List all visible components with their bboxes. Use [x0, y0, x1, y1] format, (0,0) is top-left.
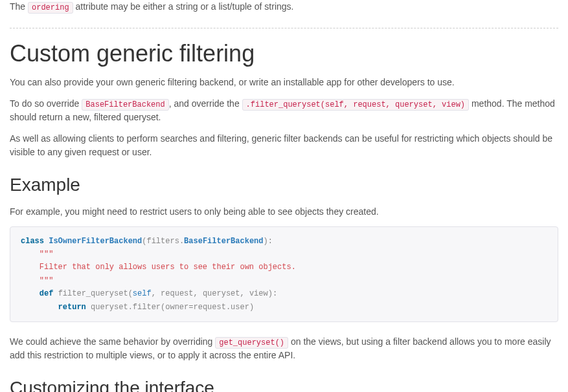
arg: user — [231, 303, 249, 312]
paragraph-usecase: As well as allowing clients to perform s… — [10, 132, 558, 159]
classname: IsOwnerFilterBackend — [49, 237, 142, 246]
ordering-note: The ordering attribute may be either a s… — [10, 0, 558, 20]
text: attribute may be either a string or a li… — [73, 1, 294, 12]
paragraph-note: We could achieve the same behavior by ov… — [10, 335, 558, 362]
code-basefilterbackend: BaseFilterBackend — [82, 99, 168, 111]
heading-example: Example — [10, 175, 558, 195]
code-example: class IsOwnerFilterBackend(filters.BaseF… — [10, 226, 558, 322]
heading-customizing-interface: Customizing the interface — [10, 378, 558, 392]
text: To do so override — [10, 98, 82, 109]
args: , request, queryset, view — [152, 289, 268, 298]
punct: ) — [249, 303, 254, 312]
arg: owner — [165, 303, 188, 312]
arg: request — [193, 303, 225, 312]
divider — [10, 28, 558, 28]
text: We could achieve the same behavior by ov… — [10, 336, 215, 347]
punct: ): — [268, 289, 277, 298]
docstring: """ — [40, 250, 54, 259]
text: The — [10, 1, 28, 12]
code-get-queryset: get_queryset() — [215, 337, 288, 349]
expr: queryset — [86, 303, 128, 312]
baseclass: BaseFilterBackend — [184, 237, 263, 246]
code-ordering: ordering — [28, 2, 73, 14]
fn-name: filter_queryset — [58, 289, 128, 298]
kw-return: return — [58, 303, 86, 312]
kw-class: class — [21, 237, 44, 246]
code-filter-queryset: .filter_queryset(self, request, queryset… — [242, 99, 469, 111]
punct: ): — [264, 237, 273, 246]
paragraph-example-intro: For example, you might need to restrict … — [10, 205, 558, 219]
punct: . — [179, 237, 184, 246]
punct: ( — [128, 289, 133, 298]
paragraph-override: To do so override BaseFilterBackend, and… — [10, 97, 558, 124]
heading-custom-generic-filtering: Custom generic filtering — [10, 40, 558, 67]
docstring: Filter that only allows users to see the… — [40, 263, 296, 272]
self: self — [133, 289, 152, 298]
paragraph-intro: You can also provide your own generic fi… — [10, 76, 558, 89]
method: filter — [133, 303, 161, 312]
punct: . — [128, 303, 133, 312]
kw-def: def — [40, 289, 54, 298]
mod: filters — [146, 237, 179, 246]
text: , and override the — [169, 98, 242, 109]
docstring: """ — [40, 276, 54, 285]
